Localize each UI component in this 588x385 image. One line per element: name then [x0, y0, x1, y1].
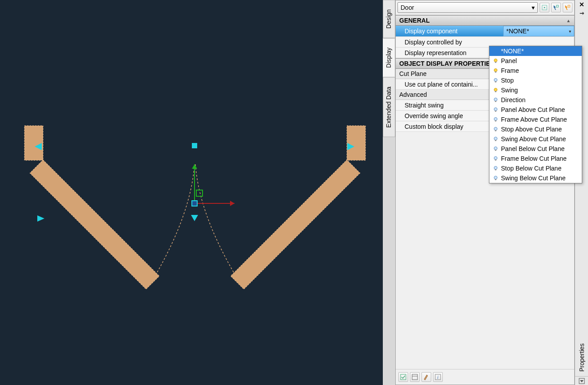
- footer-btn-info-icon[interactable]: i: [433, 372, 443, 382]
- svg-point-9: [494, 59, 497, 62]
- row-display-component[interactable]: Display component *NONE* ▾: [396, 26, 574, 37]
- door-leaf-right: [230, 160, 360, 289]
- menu-icon[interactable]: [575, 376, 588, 385]
- tab-design[interactable]: Design: [383, 0, 395, 38]
- svg-point-11: [494, 69, 497, 72]
- dropdown-option-label: Swing Above Cut Plane: [501, 135, 566, 143]
- side-tab-strip: Design Display Extended Data: [383, 0, 395, 385]
- svg-point-25: [494, 137, 497, 140]
- dropdown-option-label: Swing: [501, 87, 518, 94]
- svg-point-27: [494, 147, 497, 150]
- svg-point-33: [494, 176, 497, 179]
- dropdown-option[interactable]: Swing: [489, 85, 582, 95]
- dropdown-option-label: Stop Below Cut Plane: [501, 165, 561, 172]
- svg-rect-22: [495, 120, 497, 122]
- dropdown-option[interactable]: Panel: [489, 56, 582, 66]
- dropdown-option[interactable]: *NONE*: [489, 46, 582, 56]
- dropdown-option-label: Frame Below Cut Plane: [501, 155, 567, 162]
- svg-rect-34: [495, 179, 497, 180]
- svg-rect-12: [495, 71, 497, 73]
- display-component-value[interactable]: *NONE* ▾: [503, 26, 574, 36]
- dropdown-option-label: Direction: [501, 96, 525, 103]
- svg-point-15: [494, 88, 497, 91]
- svg-point-13: [494, 79, 497, 82]
- dropdown-option[interactable]: Swing Above Cut Plane: [489, 134, 582, 144]
- tab-display[interactable]: Display: [383, 38, 395, 77]
- dropdown-option-label: Stop Above Cut Plane: [501, 126, 562, 133]
- dropdown-option[interactable]: Panel Below Cut Plane: [489, 144, 582, 154]
- svg-text:i: i: [437, 375, 439, 380]
- footer-btn-1[interactable]: [398, 372, 408, 382]
- svg-rect-10: [495, 62, 497, 63]
- svg-rect-20: [495, 111, 497, 112]
- svg-rect-26: [495, 140, 497, 141]
- dropdown-option[interactable]: Frame Below Cut Plane: [489, 154, 582, 163]
- svg-rect-8: [568, 5, 570, 7]
- dropdown-option-label: *NONE*: [501, 48, 524, 55]
- dropdown-option[interactable]: Stop Below Cut Plane: [489, 163, 582, 173]
- footer-btn-2[interactable]: [410, 372, 420, 382]
- chevron-down-icon: ▾: [569, 29, 571, 34]
- svg-marker-1: [230, 201, 234, 206]
- door-leaf-left: [30, 160, 159, 289]
- svg-point-31: [494, 167, 497, 170]
- dropdown-option[interactable]: Panel Above Cut Plane: [489, 105, 582, 115]
- properties-palette-region: Design Display Extended Data Door ▾ GENE…: [383, 0, 588, 385]
- pin-icon[interactable]: [575, 9, 588, 18]
- chevron-down-icon: ▾: [532, 4, 535, 11]
- svg-point-17: [494, 98, 497, 101]
- svg-point-19: [494, 108, 497, 111]
- section-general-header[interactable]: GENERAL ▲: [396, 15, 574, 26]
- swing-arc-left: [155, 164, 195, 275]
- svg-rect-36: [412, 374, 417, 380]
- object-type-label: Door: [401, 4, 414, 11]
- grip-center[interactable]: [192, 201, 197, 206]
- collapse-icon: ▲: [566, 18, 571, 23]
- dropdown-option[interactable]: Stop Above Cut Plane: [489, 124, 582, 134]
- svg-rect-35: [401, 374, 406, 380]
- close-icon[interactable]: ✕: [575, 0, 588, 9]
- dropdown-option-label: Swing Below Cut Plane: [501, 175, 566, 182]
- dropdown-option[interactable]: Swing Below Cut Plane: [489, 173, 582, 183]
- panel-footer: i: [396, 369, 574, 385]
- wall-left: [24, 126, 43, 160]
- drawing-canvas[interactable]: [0, 0, 383, 385]
- wall-right: [347, 126, 366, 160]
- dropdown-option-label: Panel Above Cut Plane: [501, 106, 565, 113]
- footer-btn-3[interactable]: [421, 372, 431, 382]
- svg-rect-30: [495, 159, 497, 161]
- svg-rect-24: [495, 130, 497, 131]
- grip-arrow-right-1[interactable]: [37, 215, 44, 222]
- svg-point-23: [494, 127, 497, 131]
- dropdown-option[interactable]: Direction: [489, 95, 582, 105]
- select-tool-2-icon[interactable]: [551, 3, 561, 12]
- object-type-dropdown[interactable]: Door ▾: [397, 2, 538, 13]
- svg-marker-41: [580, 380, 584, 382]
- properties-panel: Door ▾ GENERAL ▲ Display component *NONE…: [395, 0, 575, 385]
- swing-arc-right: [195, 164, 235, 275]
- dropdown-option-label: Stop: [501, 77, 514, 84]
- svg-rect-14: [495, 81, 497, 83]
- display-component-dropdown[interactable]: *NONE*PanelFrameStopSwingDirectionPanel …: [489, 46, 582, 183]
- svg-rect-18: [495, 101, 497, 102]
- object-selector-row: Door ▾: [396, 0, 574, 15]
- svg-point-21: [494, 118, 497, 121]
- grip-top[interactable]: [192, 143, 197, 148]
- svg-rect-7: [556, 5, 558, 7]
- svg-marker-3: [192, 164, 197, 169]
- dropdown-option[interactable]: Frame Above Cut Plane: [489, 115, 582, 124]
- svg-point-6: [544, 7, 545, 8]
- select-tool-3-icon[interactable]: [563, 3, 572, 12]
- dropdown-option-label: Panel Below Cut Plane: [501, 145, 564, 152]
- svg-point-29: [494, 157, 497, 160]
- tab-extended-data[interactable]: Extended Data: [383, 77, 395, 137]
- select-tool-1-icon[interactable]: [540, 3, 549, 12]
- dropdown-option-label: Panel: [501, 57, 517, 64]
- dropdown-option[interactable]: Frame: [489, 66, 582, 75]
- svg-rect-16: [495, 91, 497, 92]
- dropdown-option-label: Frame: [501, 67, 519, 74]
- dropdown-option[interactable]: Stop: [489, 75, 582, 85]
- svg-rect-28: [495, 150, 497, 151]
- dropdown-option-label: Frame Above Cut Plane: [501, 116, 567, 123]
- grip-arrow-up[interactable]: [191, 215, 198, 221]
